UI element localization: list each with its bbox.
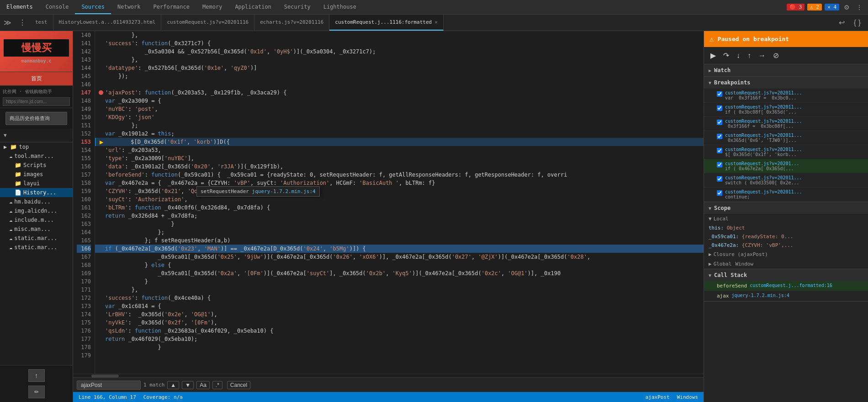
breakpoints-section-header[interactable]: ▼ Breakpoints <box>704 77 868 89</box>
global-scope-header[interactable]: ▶ Global Window <box>704 259 868 269</box>
sidebar-item-history[interactable]: 📄 History... <box>0 188 73 197</box>
breakpoint-checkbox-6[interactable] <box>717 176 722 182</box>
breakpoint-checkbox-4[interactable] <box>717 148 722 153</box>
step-over-button[interactable]: ↷ <box>720 50 732 61</box>
file-tab-history[interactable]: HistoryLowest.a...011493273.html <box>53 15 162 31</box>
scroll-up-button[interactable]: ↑ <box>28 369 45 382</box>
code-line-177: return _0x46f029(_0x5eba10); <box>95 335 704 343</box>
line-number-161: 161 <box>77 204 91 212</box>
local-scope-header[interactable]: ▼ Local <box>704 214 868 224</box>
breakpoint-item-0[interactable]: customRequest.js?v=202011... var _0x3f16… <box>704 89 868 103</box>
breakpoint-item-6[interactable]: customRequest.js?v=202011... switch (_0x… <box>704 173 868 188</box>
watch-section-header[interactable]: ▶ Watch <box>704 64 868 76</box>
scope-section-header[interactable]: ▼ Scope <box>704 202 868 214</box>
sidebar-item-top[interactable]: ▶ 📁 top <box>0 142 73 151</box>
folder-icon-3: 📁 <box>15 171 21 178</box>
status-bar: Line 166, Column 17 Coverage: n/a ajaxPo… <box>73 392 704 402</box>
tab-lighthouse[interactable]: Lighthouse <box>317 0 363 14</box>
tab-elements[interactable]: Elements <box>0 0 39 14</box>
regex-button[interactable]: .* <box>212 381 222 389</box>
breakpoint-item-2[interactable]: customRequest.js?v=202011... _0x3f166f =… <box>704 117 868 131</box>
search-prev-button[interactable]: ▲ <box>167 381 179 389</box>
tab-network[interactable]: Network <box>111 0 147 14</box>
compare-label: 比价网 · 省钱购物助手 <box>3 88 70 96</box>
breakpoint-checkbox-7[interactable] <box>717 190 722 196</box>
toolbar-right: 🔴 3 ⚠ 2 ✕ 4 ⚙ ⋮ <box>783 3 868 12</box>
search-next-button[interactable]: ▼ <box>182 381 194 389</box>
cancel-search-button[interactable]: Cancel <box>227 381 250 389</box>
more-button[interactable]: ⋮ <box>854 3 864 12</box>
breakpoint-checkbox-3[interactable] <box>717 134 722 139</box>
breakpoint-item-7[interactable]: customRequest.js?v=202011... continue; <box>704 188 868 202</box>
call-stack-header[interactable]: ▼ Call Stack <box>704 269 868 281</box>
paused-header: ⚠ Paused on breakpoint <box>704 31 868 47</box>
sidebar-item-imgalicdn[interactable]: ☁ img.alicdn... <box>0 206 73 215</box>
line-number-152: 152 <box>77 130 91 138</box>
match-case-button[interactable]: Aa <box>196 381 210 389</box>
code-editor[interactable]: 1401411421431441451461471481491501511521… <box>73 31 704 374</box>
line-number-174: 174 <box>77 310 91 318</box>
sidebar-item-include[interactable]: ☁ include.m... <box>0 215 73 224</box>
code-line-165: }; f setRequestHeader(a,b) <box>95 236 704 245</box>
breakpoints-label: Breakpoints <box>714 79 750 86</box>
tab-application[interactable]: Application <box>228 0 277 14</box>
call-stack-item-1[interactable]: ajax jquery-1.7.2.min.js:4 <box>704 291 868 301</box>
tab-console[interactable]: Console <box>39 0 75 14</box>
file-tab-customrequest[interactable]: customRequest.js?v=20201116 <box>161 15 254 31</box>
file-tab-customrequest-formatted[interactable]: customRequest.j...1116:formatted ✕ <box>329 15 444 31</box>
tab-performance[interactable]: Performance <box>147 0 196 14</box>
code-line-176: 'qsLdn': function _0x23683a(_0x46f029, _… <box>95 327 704 335</box>
breakpoint-checkbox-2[interactable] <box>717 120 722 125</box>
file-tab-echarts[interactable]: echarts.js?v=20201116 <box>254 15 329 31</box>
horizontal-scrollbar[interactable] <box>73 374 704 377</box>
call-stack-content: beforeSend customRequest.j...formatted:1… <box>704 281 868 301</box>
nav-home[interactable]: 首页 <box>0 72 73 86</box>
breakpoints-list: customRequest.js?v=202011... var _0x3f16… <box>704 89 868 202</box>
file-tab-test[interactable]: test <box>30 15 53 31</box>
breakpoint-checkbox-5[interactable] <box>717 162 722 167</box>
sidebar-item-tool[interactable]: ☁ tool.manr... <box>0 151 73 161</box>
breakpoint-checkbox-1[interactable] <box>717 105 722 111</box>
more-tabs-button[interactable]: ⋮ <box>15 18 30 27</box>
sidebar-item-static1[interactable]: ☁ static.mar... <box>0 234 73 243</box>
breakpoint-item-4[interactable]: customRequest.js?v=202011... $[_0x365d('… <box>704 145 868 159</box>
sidebar-item-scripts[interactable]: 📁 Scripts <box>0 161 73 170</box>
product-history-button[interactable]: 商品历史价格查询 <box>5 112 67 125</box>
sidebar-item-images[interactable]: 📁 images <box>0 170 73 179</box>
sidebar-item-static2[interactable]: ☁ static.mar... <box>0 243 73 252</box>
edit-button[interactable]: ✏ <box>28 386 45 398</box>
settings-button[interactable]: ⚙ <box>842 3 852 12</box>
logo-area: 慢慢买 manmanbuy.c <box>0 31 73 72</box>
breakpoint-checkbox-0[interactable] <box>717 91 722 97</box>
sidebar-item-layui[interactable]: 📁 layui <box>0 179 73 188</box>
bp-code-5: if (_0x467e2a[_0x365d(... <box>725 166 799 171</box>
sidebar-toggle-button[interactable]: ≫ <box>0 18 15 27</box>
bp-file-7: customRequest.js?v=202011... <box>725 189 802 194</box>
url-search-input[interactable] <box>3 97 70 106</box>
close-tab-icon[interactable]: ✕ <box>434 19 438 25</box>
bp-file-5: customRequest.js?v=20201... <box>725 161 799 166</box>
call-stack-item-0[interactable]: beforeSend customRequest.j...formatted:1… <box>704 281 868 291</box>
step-out-button[interactable]: ↑ <box>745 50 754 61</box>
closure-scope-header[interactable]: ▶ Closure (ajaxPost) <box>704 250 868 259</box>
tab-sources[interactable]: Sources <box>75 0 111 14</box>
tab-security[interactable]: Security <box>278 0 317 14</box>
sidebar-item-hm[interactable]: ☁ hm.baidu... <box>0 197 73 206</box>
step-button[interactable]: → <box>756 50 768 61</box>
code-line-151: }; <box>95 121 704 130</box>
sidebar-item-misc[interactable]: ☁ misc.man... <box>0 224 73 234</box>
deactivate-button[interactable]: ⊘ <box>770 50 782 61</box>
breakpoint-item-1[interactable]: customRequest.js?v=202011... if (_0x3bc0… <box>704 103 868 117</box>
breakpoint-item-5[interactable]: customRequest.js?v=20201... if (_0x467e2… <box>704 159 868 173</box>
breakpoint-item-3[interactable]: customRequest.js?v=202011... _0x365d('0x… <box>704 131 868 145</box>
error-badge: 🔴 3 <box>787 4 804 10</box>
format-button[interactable]: { } <box>850 19 864 27</box>
line-number-147: 147 <box>77 89 91 97</box>
line-number-160: 160 <box>77 195 91 204</box>
step-into-button[interactable]: ↓ <box>734 50 743 61</box>
go-to-line-button[interactable]: ↩ <box>835 18 848 27</box>
search-input[interactable] <box>77 381 141 390</box>
tab-memory[interactable]: Memory <box>196 0 228 14</box>
resume-button[interactable]: ▶ <box>708 50 719 61</box>
right-panel: ⚠ Paused on breakpoint ▶ ↷ ↓ ↑ → ⊘ ▶ Wat… <box>704 31 868 402</box>
